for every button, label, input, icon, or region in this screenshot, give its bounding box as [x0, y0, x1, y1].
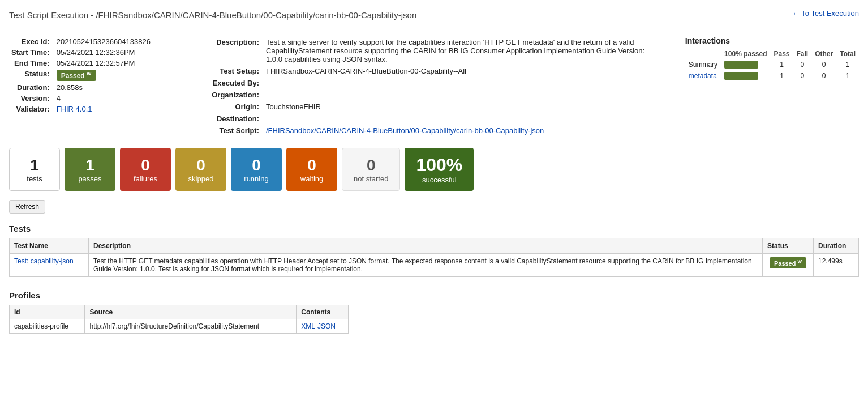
stat-success: 100% successful: [405, 148, 474, 191]
int-col-fail: Fail: [793, 49, 812, 59]
desc-label: Description:: [201, 36, 264, 65]
refresh-button[interactable]: Refresh: [9, 200, 45, 214]
exec-id-label: Exec Id:: [9, 36, 54, 47]
passes-num: 1: [85, 156, 94, 174]
profiles-table: Id Source Contents capabilities-profileh…: [9, 305, 349, 334]
test-setup-value: FHIRSandbox-CARIN-CARIN-4-BlueButton-00-…: [264, 65, 663, 77]
int-other-0: 0: [811, 59, 836, 70]
col-test-name: Test Name: [10, 238, 89, 254]
col-description: Description: [89, 238, 763, 254]
start-time-label: Start Time:: [9, 47, 54, 58]
progress-bar-0: [724, 61, 758, 69]
status-sup: W: [87, 71, 92, 76]
int-col-pct: 100% passed: [721, 49, 770, 59]
stat-waiting: 0 waiting: [286, 148, 337, 191]
status-label: Status:: [9, 69, 54, 82]
back-to-execution-link[interactable]: To Test Execution: [792, 9, 859, 18]
profiles-section: Profiles Id Source Contents capabilities…: [9, 291, 859, 334]
interaction-row-link-1[interactable]: metadata: [689, 72, 717, 80]
version-label: Version:: [9, 93, 54, 104]
title-main: Test Script Execution: [9, 10, 88, 20]
profile-json-link-0[interactable]: JSON: [317, 322, 336, 330]
status-value: Passed: [61, 72, 85, 80]
executed-by-value: [264, 77, 663, 89]
prof-col-source: Source: [85, 305, 297, 319]
int-pass-0: 1: [771, 59, 793, 70]
interactions-title: Interactions: [685, 36, 859, 45]
test-name-link-0[interactable]: Test: capability-json: [14, 257, 74, 265]
success-label: successful: [422, 176, 457, 184]
stat-running: 0 running: [231, 148, 282, 191]
int-other-1: 0: [811, 70, 836, 82]
tests-table: Test Name Description Status Duration Te…: [9, 238, 859, 277]
int-pass-1: 1: [771, 70, 793, 82]
stat-failures: 0 failures: [120, 148, 171, 191]
profile-id-0: capabilities-profile: [10, 319, 85, 334]
test-duration-0: 12.499s: [814, 254, 859, 277]
duration-value: 20.858s: [54, 82, 153, 93]
interactions-section: Interactions 100% passed Pass Fail Other…: [685, 36, 859, 137]
status-badge: Passed W: [57, 70, 96, 81]
desc-value: Test a single server to verify support f…: [264, 36, 663, 65]
waiting-label: waiting: [300, 174, 323, 183]
origin-label: Origin:: [201, 101, 264, 113]
start-time-value: 05/24/2021 12:32:36PM: [54, 47, 153, 58]
validator-cell: FHIR 4.0.1: [54, 104, 153, 114]
passes-label: passes: [78, 174, 101, 183]
test-status-badge-0: Passed W: [770, 257, 806, 268]
col-duration: Duration: [814, 238, 859, 254]
page-header: Test Script Execution - /FHIRSandbox/CAR…: [9, 9, 859, 27]
tests-label: tests: [27, 174, 42, 183]
stats-row: 1 tests 1 passes 0 failures 0 skipped 0 …: [9, 148, 859, 191]
interaction-row-1: metadata1001: [685, 70, 859, 82]
organization-label: Organization:: [201, 89, 264, 101]
validator-label: Validator:: [9, 104, 54, 114]
test-script-label: Test Script:: [201, 125, 264, 137]
test-setup-label: Test Setup:: [201, 65, 264, 77]
stat-passes: 1 passes: [65, 148, 115, 191]
interaction-row-name-0: Summary: [685, 59, 721, 70]
stat-skipped: 0 skipped: [175, 148, 226, 191]
tests-section: Tests Test Name Description Status Durat…: [9, 224, 859, 277]
int-col-name: [685, 49, 721, 59]
end-time-label: End Time:: [9, 58, 54, 69]
exec-id-value: 20210524153236604133826: [54, 36, 153, 47]
int-total-0: 1: [836, 59, 859, 70]
test-desc-0: Test the HTTP GET metadata capabilities …: [89, 254, 763, 277]
int-total-1: 1: [836, 70, 859, 82]
progress-bar-1: [724, 72, 758, 80]
prof-col-contents: Contents: [297, 305, 349, 319]
tests-section-title: Tests: [9, 224, 859, 233]
running-label: running: [244, 174, 268, 183]
page-title: Test Script Execution - /FHIRSandbox/CAR…: [9, 9, 416, 21]
skipped-num: 0: [196, 156, 205, 174]
origin-value: TouchstoneFHIR: [264, 101, 663, 113]
interaction-row-0: Summary1001: [685, 59, 859, 70]
failures-label: failures: [134, 174, 157, 183]
not-started-num: 0: [367, 156, 376, 174]
test-script-cell: /FHIRSandbox/CARIN/CARIN-4-BlueButton/00…: [264, 125, 663, 137]
test-script-link[interactable]: /FHIRSandbox/CARIN/CARIN-4-BlueButton/00…: [266, 126, 544, 135]
int-col-total: Total: [836, 49, 859, 59]
test-row-0: Test: capability-jsonTest the HTTP GET m…: [10, 254, 859, 277]
stat-not-started: 0 not started: [342, 148, 400, 191]
destination-label: Destination:: [201, 113, 264, 125]
meta-desc: Description: Test a single server to ver…: [201, 36, 663, 137]
skipped-label: skipped: [188, 174, 214, 183]
end-time-value: 05/24/2021 12:32:57PM: [54, 58, 153, 69]
meta-section: Exec Id: 20210524153236604133826 Start T…: [9, 36, 859, 137]
int-fail-1: 0: [793, 70, 812, 82]
success-pct: 100%: [416, 155, 462, 176]
prof-col-id: Id: [10, 305, 85, 319]
status-cell: Passed W: [54, 69, 153, 82]
int-col-other: Other: [811, 49, 836, 59]
version-value: 4: [54, 93, 153, 104]
waiting-num: 0: [307, 156, 316, 174]
int-fail-0: 0: [793, 59, 812, 70]
profile-xml-link-0[interactable]: XML: [301, 322, 315, 330]
failures-num: 0: [141, 156, 150, 174]
profile-source-0: http://hl7.org/fhir/StructureDefinition/…: [85, 319, 297, 334]
validator-link[interactable]: FHIR 4.0.1: [57, 105, 92, 113]
title-subtitle: - /FHIRSandbox/CARIN/CARIN-4-BlueButton/…: [88, 10, 416, 20]
int-col-pass: Pass: [771, 49, 793, 59]
